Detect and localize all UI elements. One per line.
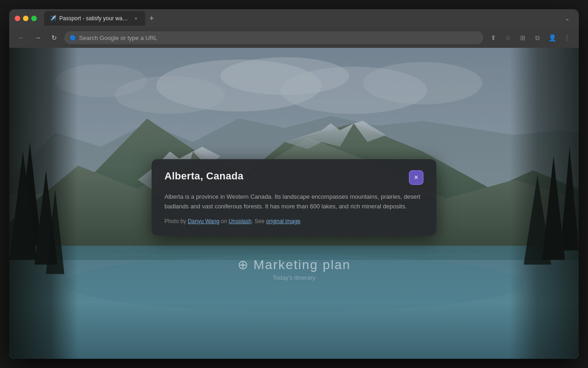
address-bar[interactable]: 🔵 Search Google or type a URL: [64, 31, 483, 44]
close-window-button[interactable]: [15, 16, 20, 21]
unsplash-link[interactable]: Unsplash: [229, 218, 252, 224]
extensions-button[interactable]: ⊞: [516, 31, 529, 44]
new-tab-button[interactable]: +: [145, 12, 158, 25]
title-bar: ✈️ Passport - satisfy your wander × + ⌄: [9, 9, 579, 28]
split-view-button[interactable]: ⧉: [531, 31, 544, 44]
marketing-subtitle: Today's itinerary: [237, 274, 351, 281]
location-info-dialog: Alberta, Canada × Alberta is a province …: [152, 159, 436, 236]
browser-window: ✈️ Passport - satisfy your wander × + ⌄ …: [9, 9, 579, 359]
nav-bar: ← → ↻ 🔵 Search Google or type a URL ⬆ ☆ …: [9, 28, 579, 48]
share-button[interactable]: ⬆: [487, 31, 500, 44]
tab-favicon-icon: ✈️: [50, 15, 57, 22]
maximize-window-button[interactable]: [31, 16, 37, 21]
minimize-window-button[interactable]: [23, 16, 28, 21]
original-image-link[interactable]: original image: [266, 218, 300, 224]
tab-title: Passport - satisfy your wander: [59, 15, 130, 22]
photo-credit-prefix: Photo by: [164, 218, 188, 224]
dialog-header: Alberta, Canada ×: [164, 170, 424, 185]
active-tab[interactable]: ✈️ Passport - satisfy your wander ×: [44, 11, 145, 26]
bookmark-button[interactable]: ☆: [502, 31, 514, 44]
reload-button[interactable]: ↻: [48, 31, 61, 44]
tab-close-button[interactable]: ×: [132, 15, 140, 22]
photo-credit-end: .: [300, 218, 302, 224]
marketing-icon: ⊕: [237, 257, 249, 272]
forward-button[interactable]: →: [31, 31, 44, 44]
back-button[interactable]: ←: [15, 31, 28, 44]
marketing-title: ⊕ Marketing plan: [237, 257, 351, 272]
dialog-close-button[interactable]: ×: [409, 170, 424, 185]
dialog-title: Alberta, Canada: [164, 170, 243, 182]
main-content: ⊕ Marketing plan Today's itinerary Alber…: [9, 48, 579, 359]
marketing-title-text: Marketing plan: [254, 258, 351, 272]
menu-button[interactable]: ⋮: [560, 31, 573, 44]
dialog-description: Alberta is a province in Western Canada.…: [164, 192, 424, 212]
photographer-link[interactable]: Danyu Wang: [188, 218, 220, 224]
address-text: Search Google or type a URL: [79, 34, 478, 41]
dialog-photo-credit: Photo by Danyu Wang on Unsplash. See ori…: [164, 218, 424, 224]
traffic-lights: [15, 16, 37, 21]
tabs-area: ✈️ Passport - satisfy your wander × +: [40, 11, 558, 26]
profile-button[interactable]: 👤: [546, 31, 559, 44]
tab-dropdown-button[interactable]: ⌄: [561, 13, 573, 23]
nav-actions: ⬆ ☆ ⊞ ⧉ 👤 ⋮: [487, 31, 573, 44]
photo-credit-suffix: . See: [252, 218, 266, 224]
google-icon: 🔵: [70, 35, 76, 41]
marketing-plan-section: ⊕ Marketing plan Today's itinerary: [237, 257, 351, 281]
photo-credit-mid: on: [220, 218, 229, 224]
